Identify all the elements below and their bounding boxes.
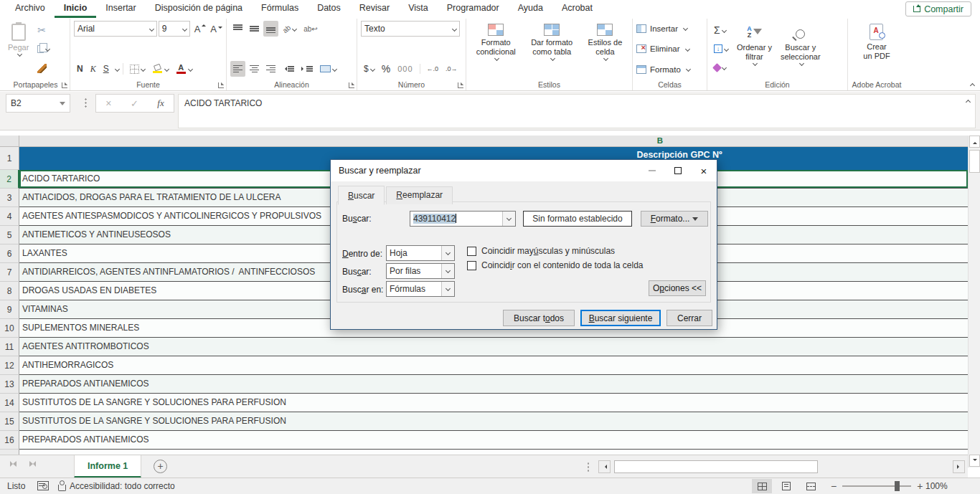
bold-button[interactable]: N [74, 61, 86, 77]
ribbon-tab-inicio[interactable]: Inicio [55, 0, 97, 18]
accessibility-status[interactable]: Accesibilidad: todo correcto [70, 481, 175, 491]
column-header-row[interactable]: B [0, 136, 968, 147]
ribbon-tab-programador[interactable]: Programador [438, 0, 509, 18]
table-row[interactable]: 12ANTIHEMORRAGICOS [0, 356, 968, 375]
share-button[interactable]: Compartir [905, 1, 971, 16]
zoom-level[interactable]: 100% [925, 481, 948, 491]
ribbon-tab-formulas[interactable]: Fórmulas [252, 0, 308, 18]
format-painter-button[interactable] [34, 61, 52, 77]
name-box[interactable]: B2 [6, 94, 70, 113]
fill-button[interactable]: ↓ [711, 41, 731, 57]
zoom-slider-thumb[interactable] [895, 481, 900, 491]
chevron-down-icon[interactable] [115, 66, 120, 71]
borders-button[interactable] [127, 61, 148, 77]
ribbon-tab-revisar[interactable]: Revisar [350, 0, 399, 18]
find-next-button[interactable]: Buscar siguiente [580, 310, 661, 326]
insert-cells-button[interactable]: Insertar [636, 21, 703, 36]
table-row[interactable]: 13PREPARADOS ANTIANEMICOS [0, 375, 968, 394]
no-format-set-button[interactable]: Sin formato establecido [523, 211, 632, 227]
row-header[interactable]: 2 [0, 170, 19, 189]
enter-icon[interactable]: ✓ [131, 98, 138, 109]
increase-decimal-button[interactable]: ←.0 [424, 61, 442, 77]
row-header[interactable]: 8 [0, 282, 19, 300]
row-header[interactable]: 12 [0, 356, 19, 375]
find-select-button[interactable]: Buscar y seleccionar [778, 21, 824, 78]
scroll-left-button[interactable] [598, 460, 611, 473]
zoom-in-button[interactable]: + [917, 481, 923, 491]
italic-button[interactable]: K [88, 61, 99, 77]
vertical-scrollbar[interactable] [968, 136, 980, 467]
row-header[interactable]: 9 [0, 300, 19, 319]
ribbon-tab-archivo[interactable]: Archivo [6, 0, 55, 18]
create-pdf-button[interactable]: Crear un PDF [860, 21, 892, 78]
percent-style-button[interactable]: % [379, 61, 393, 77]
font-name-select[interactable]: Arial [74, 21, 157, 37]
align-top-button[interactable] [230, 21, 245, 37]
collapse-ribbon-icon[interactable] [970, 83, 975, 88]
look-in-select[interactable]: Fórmulas [386, 281, 455, 297]
scroll-right-button[interactable] [953, 460, 965, 473]
row-header[interactable]: 13 [0, 375, 19, 394]
page-layout-view-button[interactable] [776, 479, 796, 493]
copy-button[interactable] [34, 42, 52, 57]
cell[interactable]: PREPARADOS ANTIANEMICOS [19, 431, 968, 450]
row-header[interactable]: 11 [0, 338, 19, 356]
decrease-indent-button[interactable] [280, 61, 297, 77]
cell-styles-button[interactable]: Estilos de celda [585, 21, 626, 78]
page-break-view-button[interactable] [801, 479, 821, 493]
find-what-dropdown[interactable] [502, 212, 515, 226]
row-header[interactable]: 16 [0, 431, 19, 450]
orientation-button[interactable]: ab [280, 21, 299, 37]
match-case-checkbox[interactable]: Coincidir mayúsculas y minúsculas [467, 246, 615, 256]
font-color-button[interactable]: A [173, 61, 195, 77]
decrease-font-button[interactable]: A [207, 21, 222, 37]
row-header[interactable]: 4 [0, 207, 19, 226]
scroll-up-button[interactable] [969, 136, 980, 148]
paste-button[interactable]: Pegar [5, 21, 32, 78]
cell[interactable]: ANTIHEMORRAGICOS [19, 356, 968, 375]
ribbon-tab-ayuda[interactable]: Ayuda [509, 0, 552, 18]
cell[interactable]: PREPARADOS ANTIANEMICOS [19, 375, 968, 394]
macro-record-icon[interactable] [37, 481, 49, 490]
search-order-dropdown[interactable] [441, 264, 454, 278]
minimize-button[interactable] [639, 160, 665, 181]
close-dialog-button[interactable]: × [691, 160, 717, 181]
dialog-launcher-icon[interactable] [62, 82, 67, 88]
align-right-button[interactable] [263, 61, 278, 77]
search-order-select[interactable]: Por filas [386, 263, 455, 279]
increase-font-button[interactable]: A [192, 21, 207, 37]
cell[interactable]: AGENTES ANTITROMBOTICOS [19, 338, 968, 356]
ribbon-tab-insertar[interactable]: Insertar [96, 0, 145, 18]
find-all-button[interactable]: Buscar todos [503, 310, 575, 326]
align-left-button[interactable] [230, 61, 245, 77]
zoom-slider[interactable] [842, 485, 911, 487]
row-header[interactable]: 10 [0, 319, 19, 338]
scrollbar-resize-handle[interactable] [587, 462, 590, 472]
number-format-select[interactable]: Texto [361, 21, 460, 37]
within-select[interactable]: Hoja [386, 245, 455, 261]
ribbon-tab-vista[interactable]: Vista [399, 0, 438, 18]
close-button[interactable]: Cerrar [666, 310, 712, 326]
format-as-table-button[interactable]: Dar formato como tabla [528, 21, 575, 78]
normal-view-button[interactable] [752, 479, 772, 493]
table-row[interactable]: 16PREPARADOS ANTIANEMICOS [0, 431, 968, 450]
fill-color-button[interactable] [149, 61, 171, 77]
row-header[interactable]: 14 [0, 394, 19, 412]
look-in-dropdown[interactable] [441, 282, 454, 296]
font-size-select[interactable]: 9 [159, 21, 190, 37]
add-sheet-button[interactable]: + [154, 460, 167, 473]
row-header[interactable]: 7 [0, 263, 19, 282]
underline-button[interactable]: S [100, 61, 112, 77]
align-bottom-button[interactable] [263, 21, 278, 37]
select-all-corner[interactable] [0, 136, 19, 146]
cancel-icon[interactable]: × [105, 98, 111, 109]
align-middle-button[interactable] [247, 21, 262, 37]
sheet-tab-informe-1[interactable]: Informe 1 [74, 455, 141, 478]
clear-button[interactable] [711, 60, 731, 75]
maximize-button[interactable] [665, 160, 691, 181]
row-header[interactable]: 15 [0, 412, 19, 431]
dialog-launcher-icon[interactable] [218, 82, 224, 88]
row-header[interactable]: 3 [0, 189, 19, 207]
row-header-1[interactable]: 1 [0, 147, 19, 170]
comma-style-button[interactable]: 000 [395, 61, 415, 77]
